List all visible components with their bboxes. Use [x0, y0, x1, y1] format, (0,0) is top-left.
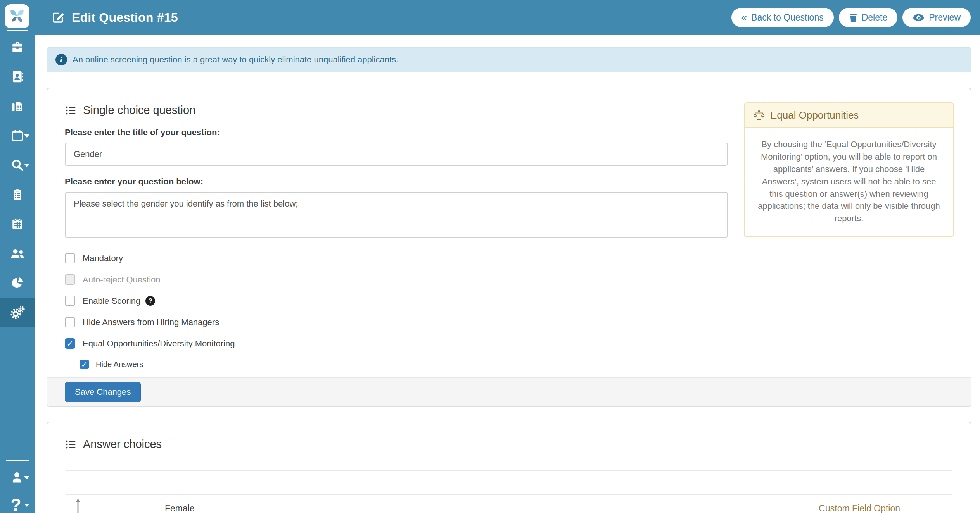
- address-book-icon: [10, 70, 24, 83]
- sidebar-item-help[interactable]: ?: [0, 491, 35, 513]
- enable-scoring-checkbox[interactable]: [65, 296, 75, 306]
- auto-reject-checkbox: [65, 274, 75, 285]
- question-circle-icon[interactable]: ?: [145, 296, 155, 306]
- butterfly-logo-icon: [9, 9, 25, 24]
- hide-answers-managers-checkbox[interactable]: [65, 317, 75, 327]
- checkbox-row-mandatory: Mandatory: [65, 253, 728, 263]
- question-panel-footer: Save Changes: [47, 377, 971, 406]
- gears-icon: [10, 305, 25, 320]
- info-circle-icon: i: [55, 54, 67, 65]
- checkbox-row-hide-from-managers: Hide Answers from Hiring Managers: [65, 317, 728, 327]
- equal-opportunities-header: Equal Opportunities: [745, 103, 953, 128]
- question-title-input[interactable]: [65, 143, 728, 166]
- calendar-grid-icon: [11, 217, 24, 231]
- app-logo[interactable]: [5, 4, 29, 28]
- answer-row-female: Female Custom Field Option: [65, 495, 953, 513]
- equal-opportunities-title: Equal Opportunities: [770, 109, 859, 121]
- caret-down-icon: [24, 476, 29, 479]
- sidebar-item-jobs[interactable]: [0, 33, 35, 62]
- users-icon: [10, 247, 25, 260]
- sidebar-item-settings[interactable]: [0, 298, 35, 327]
- sidebar-item-fax[interactable]: [0, 91, 35, 121]
- page-header: Edit Question #15 « Back to Questions De…: [35, 0, 980, 35]
- checkbox-row-equal-opportunities: Equal Opportunities/Diversity Monitoring: [65, 338, 728, 349]
- sidebar-divider: [6, 460, 29, 461]
- balance-scale-icon: [753, 110, 765, 121]
- logo-divider: [7, 30, 28, 31]
- question-panel: Single choice question Please enter the …: [47, 88, 971, 407]
- eye-icon: [913, 14, 925, 22]
- header-buttons: « Back to Questions Delete Preview: [731, 8, 971, 27]
- checkbox-row-hide-answers: Hide Answers: [80, 360, 728, 369]
- checkbox-row-auto-reject: Auto-reject Question: [65, 274, 728, 285]
- sidebar: ?: [0, 0, 35, 513]
- sidebar-item-people[interactable]: [0, 239, 35, 268]
- preview-button[interactable]: Preview: [902, 8, 971, 27]
- list-ul-icon: [65, 105, 76, 116]
- pie-chart-icon: [11, 276, 24, 289]
- calendar-outline-icon: [11, 129, 24, 142]
- custom-field-option-link[interactable]: Custom Field Option: [819, 503, 900, 513]
- sidebar-item-account[interactable]: [0, 464, 35, 491]
- mandatory-checkbox[interactable]: [65, 253, 75, 263]
- info-alert: i An online screening question is a grea…: [47, 47, 971, 72]
- fax-icon: [10, 100, 24, 113]
- delete-button[interactable]: Delete: [839, 8, 897, 27]
- page-title-wrap: Edit Question #15: [51, 10, 178, 25]
- clipboard-icon: [11, 188, 24, 201]
- sidebar-nav: [0, 33, 35, 327]
- sidebar-item-reports[interactable]: [0, 268, 35, 298]
- answer-label: Female: [165, 503, 195, 513]
- checkbox-row-enable-scoring: Enable Scoring ?: [65, 296, 728, 306]
- help-icon: ?: [11, 496, 21, 513]
- caret-down-icon: [24, 164, 29, 167]
- info-alert-text: An online screening question is a great …: [73, 55, 398, 65]
- sidebar-item-calendar[interactable]: [0, 209, 35, 239]
- question-body-label: Please enter your question below:: [65, 177, 728, 187]
- sidebar-item-candidates[interactable]: [0, 62, 35, 91]
- equal-opportunities-text: By choosing the ‘Equal Opportunities/Div…: [745, 128, 953, 236]
- caret-down-icon: [24, 504, 29, 507]
- page-title: Edit Question #15: [72, 10, 178, 25]
- angle-double-left-icon: «: [741, 12, 747, 22]
- edit-pencil-square-icon: [51, 10, 65, 24]
- sidebar-item-tasks[interactable]: [0, 180, 35, 209]
- caret-down-icon: [24, 134, 29, 138]
- sidebar-item-search[interactable]: [0, 150, 35, 180]
- trash-icon: [849, 13, 857, 22]
- answer-choices-heading: Answer choices: [65, 438, 953, 451]
- answer-choices-panel: Answer choices Female Custom Field Optio…: [47, 422, 971, 513]
- equal-opportunities-checkbox[interactable]: [65, 338, 75, 349]
- hide-answers-checkbox[interactable]: [80, 360, 89, 369]
- question-body-textarea[interactable]: Please select the gender you identify as…: [65, 192, 728, 238]
- question-options: Mandatory Auto-reject Question Enable Sc…: [65, 253, 728, 369]
- save-changes-button[interactable]: Save Changes: [65, 382, 141, 402]
- back-to-questions-button[interactable]: « Back to Questions: [731, 8, 834, 27]
- arrows-vertical-icon[interactable]: [74, 498, 81, 513]
- sidebar-item-events[interactable]: [0, 121, 35, 150]
- equal-opportunities-box: Equal Opportunities By choosing the ‘Equ…: [744, 102, 954, 237]
- briefcase-icon: [10, 41, 24, 54]
- search-icon: [11, 158, 24, 172]
- list-ul-icon: [65, 439, 76, 450]
- user-icon: [11, 471, 24, 484]
- question-title-label: Please enter the title of your question:: [65, 127, 728, 138]
